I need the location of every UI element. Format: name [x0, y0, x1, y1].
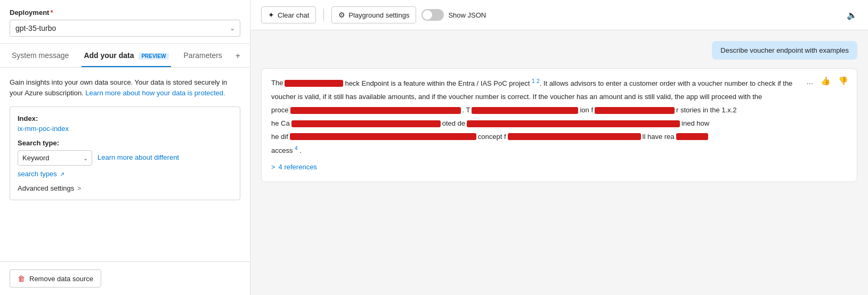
response-line-4: he Ca oted de ined how — [271, 118, 847, 129]
assistant-actions: ... 👍 👎 — [804, 75, 850, 87]
speaker-icon[interactable]: 🔈 — [847, 10, 857, 20]
deployment-select[interactable]: gpt-35-turbo — [10, 20, 240, 37]
search-type-select[interactable]: Keyword — [18, 150, 92, 166]
remove-btn-label: Remove data source — [29, 275, 93, 283]
redacted-block-6 — [467, 120, 680, 127]
trash-icon: 🗑 — [18, 274, 25, 283]
data-box: Index: ix-mm-poc-index Search type: Keyw… — [10, 106, 240, 200]
redacted-block-4 — [595, 107, 675, 114]
deployment-section: Deployment* gpt-35-turbo ⌄ — [0, 0, 250, 44]
advanced-settings-chevron-icon: > — [77, 185, 81, 192]
thumbs-down-button[interactable]: 👎 — [836, 75, 850, 87]
toggle-knob — [423, 10, 432, 20]
show-json-toggle-wrapper: Show JSON — [421, 9, 486, 21]
learn-more-link[interactable]: Learn more about how your data is protec… — [85, 89, 225, 97]
references-count-label: 4 references — [279, 162, 317, 173]
remove-data-source-button[interactable]: 🗑 Remove data source — [10, 269, 101, 288]
chat-area: Describe voucher endpoint with examples … — [250, 30, 868, 295]
preview-badge: PREVIEW — [139, 53, 168, 60]
search-types-link[interactable]: search types ↗ — [18, 170, 232, 178]
external-link-icon: ↗ — [60, 171, 64, 177]
show-json-toggle[interactable] — [421, 9, 444, 21]
tabs-section: System message Add your data PREVIEW Par… — [0, 44, 250, 68]
clear-chat-label: Clear chat — [278, 11, 309, 19]
tab-add-button[interactable]: + — [236, 44, 240, 67]
redacted-block-8 — [508, 133, 641, 140]
right-panel: ✦ Clear chat ⚙ Playground settings Show … — [250, 0, 868, 295]
deployment-label-text: Deployment — [10, 9, 49, 17]
deployment-label: Deployment* — [10, 9, 240, 17]
remove-btn-section: 🗑 Remove data source — [0, 261, 250, 295]
index-label: Index: — [18, 114, 232, 122]
show-json-label: Show JSON — [448, 11, 486, 19]
search-type-row: Keyword ⌄ Learn more about different — [18, 150, 232, 166]
search-type-label: Search type: — [18, 139, 232, 147]
content-section: Gain insights into your own data source.… — [0, 68, 250, 261]
toolbar-divider — [323, 9, 324, 21]
redacted-block-1 — [285, 80, 343, 87]
index-value: ix-mm-poc-index — [18, 125, 232, 133]
deployment-select-wrapper[interactable]: gpt-35-turbo ⌄ — [10, 20, 240, 37]
references-toggle[interactable]: > 4 references — [271, 162, 847, 173]
redacted-block-7 — [290, 133, 476, 140]
gear-icon: ⚙ — [338, 11, 345, 19]
response-line-1: The heck Endpoint is a feature within th… — [271, 77, 847, 89]
chevron-right-icon: > — [271, 162, 275, 173]
clear-chat-button[interactable]: ✦ Clear chat — [261, 6, 316, 23]
tab-add-your-data[interactable]: Add your data PREVIEW — [82, 44, 171, 67]
tab-system-message[interactable]: System message — [10, 44, 71, 67]
redacted-block-9 — [676, 133, 708, 140]
tab-parameters[interactable]: Parameters — [182, 44, 224, 67]
learn-more-search-link[interactable]: Learn more about different — [98, 153, 179, 162]
broom-icon: ✦ — [268, 11, 274, 19]
assistant-message-bubble: ... 👍 👎 The heck Endpoint is a feature w… — [261, 68, 857, 182]
gain-insights-text: Gain insights into your own data source.… — [10, 77, 240, 98]
ellipsis-button[interactable]: ... — [804, 76, 815, 87]
response-line-5: he dif concept f ll have rea — [271, 132, 847, 143]
left-panel: Deployment* gpt-35-turbo ⌄ System messag… — [0, 0, 250, 295]
user-message-text: Describe voucher endpoint with examples — [720, 46, 849, 54]
playground-settings-label: Playground settings — [348, 11, 409, 19]
advanced-settings-toggle[interactable]: Advanced settings > — [18, 184, 232, 192]
response-line-6: access 4 . — [271, 144, 847, 157]
search-type-select-wrapper[interactable]: Keyword ⌄ — [18, 150, 92, 166]
redacted-block-3 — [472, 107, 578, 114]
toolbar: ✦ Clear chat ⚙ Playground settings Show … — [250, 0, 868, 30]
thumbs-up-button[interactable]: 👍 — [818, 75, 833, 87]
redacted-block-5 — [291, 120, 441, 127]
redacted-block-2 — [290, 107, 461, 114]
user-message-bubble: Describe voucher endpoint with examples — [712, 41, 857, 60]
deployment-required-star: * — [50, 9, 53, 17]
response-line-2: voucher is valid, if it still has availa… — [271, 92, 847, 103]
response-line-3: proce . T ion f r stories in the 1.x.2 — [271, 105, 847, 116]
playground-settings-button[interactable]: ⚙ Playground settings — [331, 6, 416, 23]
response-text: The heck Endpoint is a feature within th… — [271, 77, 847, 157]
